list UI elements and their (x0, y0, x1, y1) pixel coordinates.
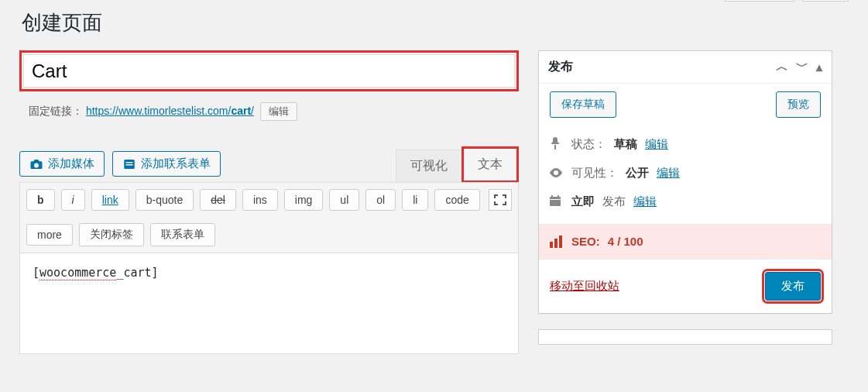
permalink-label: 固定链接： (29, 105, 83, 117)
qt-del[interactable]: del (200, 189, 236, 211)
svg-rect-1 (126, 162, 133, 163)
seo-label: SEO: (571, 235, 600, 248)
schedule-suffix: 发布 (602, 194, 626, 209)
add-media-button[interactable]: 添加媒体 (19, 151, 105, 177)
qt-contact-form[interactable]: 联系表单 (150, 223, 215, 246)
svg-rect-6 (550, 199, 561, 200)
qt-ol[interactable]: ol (365, 189, 396, 211)
edit-visibility-link[interactable]: 编辑 (657, 166, 680, 181)
seo-score-bar: SEO: 4 / 100 (539, 224, 832, 259)
chevron-up-icon[interactable]: ︿ (776, 59, 788, 75)
schedule-prefix: 立即 (571, 194, 595, 209)
top-button-stub (802, 0, 849, 2)
visual-tab[interactable]: 可视化 (396, 150, 461, 183)
permalink-row: 固定链接： https://www.timorlestelist.com/car… (29, 102, 519, 121)
qt-bquote[interactable]: b-quote (136, 189, 194, 211)
save-draft-button[interactable]: 保存草稿 (550, 91, 616, 118)
qt-more[interactable]: more (26, 224, 73, 246)
preview-button[interactable]: 预览 (776, 91, 821, 118)
fullscreen-button[interactable] (489, 189, 512, 211)
publish-button[interactable]: 发布 (765, 272, 821, 301)
post-title-input[interactable] (23, 54, 515, 88)
form-icon (122, 157, 136, 171)
qt-img[interactable]: img (284, 189, 324, 211)
svg-rect-4 (551, 195, 553, 198)
next-metabox-stub (538, 329, 832, 345)
qt-code[interactable]: code (434, 189, 479, 211)
qt-bold[interactable]: b (26, 189, 55, 211)
svg-rect-7 (550, 242, 553, 248)
bar-chart-icon (550, 236, 564, 248)
top-button-stub (725, 0, 794, 2)
publish-metabox: 发布 ︿ ﹀ ▴ 保存草稿 预览 (538, 50, 832, 314)
qt-ins[interactable]: ins (242, 189, 278, 211)
edit-status-link[interactable]: 编辑 (645, 137, 668, 152)
eye-icon (550, 167, 564, 180)
svg-rect-2 (126, 164, 133, 166)
qt-close-tags[interactable]: 关闭标签 (79, 223, 144, 246)
svg-rect-5 (558, 195, 559, 198)
edit-permalink-button[interactable]: 编辑 (260, 102, 297, 121)
fullscreen-icon (494, 194, 506, 205)
svg-rect-8 (554, 239, 558, 248)
qt-link[interactable]: link (91, 189, 129, 211)
quicktags-toolbar: b i link b-quote del ins img ul ol li co… (19, 182, 519, 253)
text-tab[interactable]: 文本 (461, 146, 519, 183)
add-contact-form-button[interactable]: 添加联系表单 (112, 151, 221, 177)
toggle-panel-icon[interactable]: ▴ (816, 60, 822, 74)
qt-li[interactable]: li (402, 189, 428, 211)
chevron-down-icon[interactable]: ﹀ (796, 59, 808, 75)
pin-icon (550, 137, 564, 152)
content-editor[interactable]: [woocommerce_cart] (19, 253, 519, 354)
page-heading: 创建页面 (22, 9, 849, 36)
status-label: 状态： (571, 137, 606, 152)
seo-score: 4 / 100 (608, 235, 643, 248)
permalink-link[interactable]: https://www.timorlestelist.com/cart/ (86, 105, 254, 117)
move-to-trash-link[interactable]: 移动至回收站 (550, 279, 619, 294)
visibility-value: 公开 (626, 166, 649, 181)
visibility-label: 可见性： (571, 166, 618, 181)
publish-title: 发布 (548, 59, 573, 75)
edit-schedule-link[interactable]: 编辑 (633, 194, 657, 209)
status-value: 草稿 (614, 137, 637, 152)
calendar-icon (550, 195, 564, 208)
qt-italic[interactable]: i (61, 189, 85, 211)
camera-icon (29, 157, 43, 171)
svg-rect-9 (559, 236, 562, 248)
qt-ul[interactable]: ul (329, 189, 359, 211)
